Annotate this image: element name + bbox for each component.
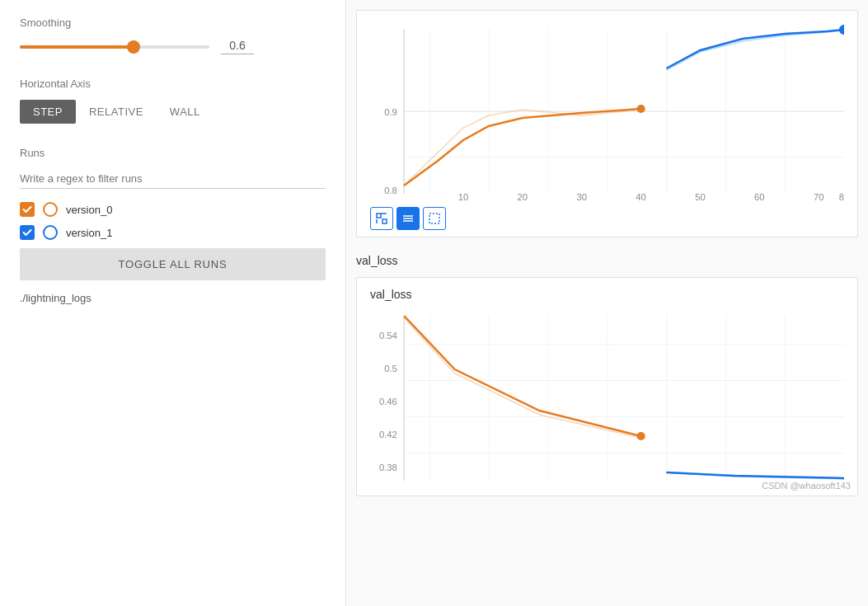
run-0-color-circle <box>43 202 58 217</box>
svg-text:30: 30 <box>576 192 587 202</box>
run-0-checkbox[interactable] <box>20 202 35 217</box>
slider-fill <box>20 45 134 49</box>
smoothing-label: Smoothing <box>20 16 326 29</box>
val-loss-section-label: val_loss <box>346 247 868 267</box>
svg-text:0.54: 0.54 <box>379 331 397 341</box>
svg-text:0.5: 0.5 <box>384 364 397 373</box>
val-loss-label: val_loss <box>356 254 398 267</box>
left-panel: Smoothing 0.6 Horizontal Axis STEP RELAT… <box>0 0 346 606</box>
axis-label: Horizontal Axis <box>20 78 326 90</box>
lines-chart-button[interactable] <box>396 207 420 230</box>
svg-text:0.9: 0.9 <box>384 107 397 117</box>
val-acc-chart: 0.9 0.8 10 20 30 40 50 60 70 80 <box>370 21 844 202</box>
svg-rect-16 <box>382 219 387 223</box>
axis-buttons: STEP RELATIVE WALL <box>20 100 326 124</box>
axis-section: Horizontal Axis STEP RELATIVE WALL <box>20 78 326 124</box>
smoothing-row: 0.6 <box>20 39 326 54</box>
chart-toolbar-val-acc <box>370 207 844 230</box>
svg-rect-23 <box>404 316 844 481</box>
expand-chart-button[interactable] <box>370 207 393 230</box>
svg-text:0.38: 0.38 <box>379 463 397 472</box>
watermark: CSDN @whaosoft143 <box>762 481 851 491</box>
run-item-1: version_1 <box>20 225 326 240</box>
scatter-chart-button[interactable] <box>423 207 446 230</box>
run-1-color-circle <box>43 225 58 240</box>
logs-path: ./lightning_logs <box>20 292 326 304</box>
svg-text:10: 10 <box>458 192 469 202</box>
toggle-all-runs-button[interactable]: TOGGLE ALL RUNS <box>20 248 326 280</box>
runs-label: Runs <box>20 147 326 159</box>
run-1-name: version_1 <box>66 227 112 239</box>
val-loss-chart-title: val_loss <box>370 288 844 301</box>
svg-point-13 <box>636 105 645 113</box>
svg-text:50: 50 <box>695 192 706 202</box>
runs-filter-input[interactable] <box>20 169 326 189</box>
chart-card-val-loss: val_loss 0.54 0.5 0.46 0.42 0.38 C <box>356 277 858 496</box>
val-loss-chart: 0.54 0.5 0.46 0.42 0.38 <box>370 308 844 489</box>
runs-section: Runs version_0 version_1 TOGGLE ALL RUNS <box>20 147 326 304</box>
svg-text:0.42: 0.42 <box>379 430 397 439</box>
chart-card-val-acc: 0.9 0.8 10 20 30 40 50 60 70 80 <box>356 10 858 237</box>
svg-point-30 <box>636 432 645 440</box>
svg-rect-22 <box>429 214 439 223</box>
axis-relative-button[interactable]: RELATIVE <box>76 100 157 124</box>
svg-text:0.46: 0.46 <box>379 397 397 406</box>
slider-thumb[interactable] <box>127 40 140 54</box>
svg-text:20: 20 <box>518 192 528 202</box>
smoothing-section: Smoothing 0.6 <box>20 16 326 54</box>
svg-text:80: 80 <box>839 192 844 202</box>
smoothing-slider[interactable] <box>20 45 209 49</box>
svg-text:60: 60 <box>754 192 765 202</box>
run-0-name: version_0 <box>66 204 112 216</box>
axis-step-button[interactable]: STEP <box>20 100 76 124</box>
svg-text:70: 70 <box>814 192 824 202</box>
right-panel: 0.9 0.8 10 20 30 40 50 60 70 80 <box>346 0 868 606</box>
axis-wall-button[interactable]: WALL <box>157 100 213 124</box>
smoothing-value[interactable]: 0.6 <box>221 39 254 54</box>
run-item-0: version_0 <box>20 202 326 217</box>
run-1-checkbox[interactable] <box>20 225 35 240</box>
svg-text:40: 40 <box>636 192 646 202</box>
svg-rect-15 <box>377 214 381 218</box>
svg-text:0.8: 0.8 <box>384 186 397 195</box>
